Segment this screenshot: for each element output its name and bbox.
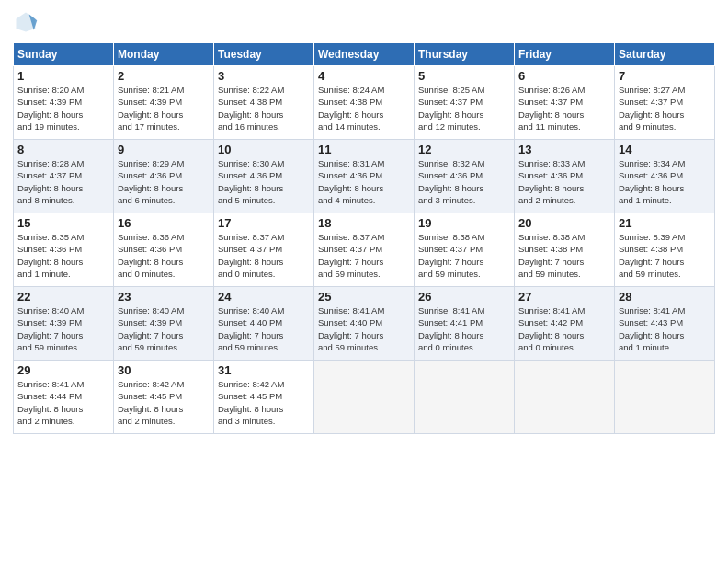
weekday-header: Tuesday [214,43,314,66]
calendar-cell: 29Sunrise: 8:41 AM Sunset: 4:44 PM Dayli… [14,361,114,434]
weekday-header: Monday [114,43,214,66]
weekday-header: Thursday [415,43,515,66]
cell-info: Sunrise: 8:41 AM Sunset: 4:43 PM Dayligh… [619,304,711,353]
cell-info: Sunrise: 8:40 AM Sunset: 4:39 PM Dayligh… [17,304,109,353]
calendar-cell: 23Sunrise: 8:40 AM Sunset: 4:39 PM Dayli… [114,287,214,361]
calendar-cell: 24Sunrise: 8:40 AM Sunset: 4:40 PM Dayli… [214,287,314,361]
calendar-cell: 17Sunrise: 8:37 AM Sunset: 4:37 PM Dayli… [214,213,314,287]
cell-info: Sunrise: 8:35 AM Sunset: 4:36 PM Dayligh… [17,231,109,280]
calendar-cell: 8Sunrise: 8:28 AM Sunset: 4:37 PM Daylig… [14,140,114,213]
calendar-cell: 25Sunrise: 8:41 AM Sunset: 4:40 PM Dayli… [314,287,415,361]
day-number: 30 [118,363,210,377]
day-number: 20 [518,216,610,230]
weekday-header: Sunday [14,43,114,66]
calendar-cell [314,361,415,434]
cell-info: Sunrise: 8:34 AM Sunset: 4:36 PM Dayligh… [619,157,711,206]
weekday-header-row: SundayMondayTuesdayWednesdayThursdayFrid… [14,43,715,66]
calendar-cell: 14Sunrise: 8:34 AM Sunset: 4:36 PM Dayli… [615,140,715,213]
calendar-cell: 28Sunrise: 8:41 AM Sunset: 4:43 PM Dayli… [615,287,715,361]
calendar-cell: 7Sunrise: 8:27 AM Sunset: 4:37 PM Daylig… [615,66,715,140]
cell-info: Sunrise: 8:32 AM Sunset: 4:36 PM Dayligh… [418,157,510,206]
cell-info: Sunrise: 8:36 AM Sunset: 4:36 PM Dayligh… [118,231,210,280]
calendar-cell: 15Sunrise: 8:35 AM Sunset: 4:36 PM Dayli… [14,213,114,287]
calendar-cell: 19Sunrise: 8:38 AM Sunset: 4:37 PM Dayli… [415,213,515,287]
day-number: 11 [318,143,410,156]
calendar-cell: 10Sunrise: 8:30 AM Sunset: 4:36 PM Dayli… [214,140,314,213]
calendar-cell: 4Sunrise: 8:24 AM Sunset: 4:38 PM Daylig… [314,66,415,140]
cell-info: Sunrise: 8:33 AM Sunset: 4:36 PM Dayligh… [518,157,610,206]
calendar-cell: 9Sunrise: 8:29 AM Sunset: 4:36 PM Daylig… [114,140,214,213]
calendar-cell: 16Sunrise: 8:36 AM Sunset: 4:36 PM Dayli… [114,213,214,287]
calendar-cell [615,361,715,434]
day-number: 19 [418,216,510,230]
calendar-cell: 2Sunrise: 8:21 AM Sunset: 4:39 PM Daylig… [114,66,214,140]
day-number: 18 [318,216,410,230]
cell-info: Sunrise: 8:25 AM Sunset: 4:37 PM Dayligh… [418,84,510,132]
day-number: 6 [518,69,610,83]
day-number: 5 [418,69,510,83]
day-number: 29 [17,363,109,377]
calendar-week-row: 15Sunrise: 8:35 AM Sunset: 4:36 PM Dayli… [14,213,715,287]
calendar-cell: 27Sunrise: 8:41 AM Sunset: 4:42 PM Dayli… [515,287,615,361]
day-number: 10 [218,143,310,156]
calendar-cell: 21Sunrise: 8:39 AM Sunset: 4:38 PM Dayli… [615,213,715,287]
cell-info: Sunrise: 8:40 AM Sunset: 4:40 PM Dayligh… [218,304,310,353]
day-number: 31 [218,363,310,377]
cell-info: Sunrise: 8:22 AM Sunset: 4:38 PM Dayligh… [218,84,310,132]
day-number: 17 [218,216,310,230]
cell-info: Sunrise: 8:41 AM Sunset: 4:40 PM Dayligh… [318,304,410,353]
day-number: 25 [318,290,410,304]
cell-info: Sunrise: 8:37 AM Sunset: 4:37 PM Dayligh… [318,231,410,280]
day-number: 24 [218,290,310,304]
day-number: 15 [17,216,109,230]
calendar-cell: 5Sunrise: 8:25 AM Sunset: 4:37 PM Daylig… [415,66,515,140]
cell-info: Sunrise: 8:30 AM Sunset: 4:36 PM Dayligh… [218,157,310,206]
logo-icon [13,9,39,35]
calendar-cell [515,361,615,434]
day-number: 8 [17,143,109,156]
calendar-cell [415,361,515,434]
day-number: 27 [518,290,610,304]
calendar-week-row: 8Sunrise: 8:28 AM Sunset: 4:37 PM Daylig… [14,140,715,213]
calendar-cell: 13Sunrise: 8:33 AM Sunset: 4:36 PM Dayli… [515,140,615,213]
day-number: 28 [619,290,711,304]
calendar-table: SundayMondayTuesdayWednesdayThursdayFrid… [13,42,715,434]
calendar-cell: 1Sunrise: 8:20 AM Sunset: 4:39 PM Daylig… [14,66,114,140]
weekday-header: Wednesday [314,43,415,66]
cell-info: Sunrise: 8:41 AM Sunset: 4:44 PM Dayligh… [17,378,109,427]
cell-info: Sunrise: 8:39 AM Sunset: 4:38 PM Dayligh… [619,231,711,280]
calendar-cell: 12Sunrise: 8:32 AM Sunset: 4:36 PM Dayli… [415,140,515,213]
weekday-header: Saturday [615,43,715,66]
cell-info: Sunrise: 8:28 AM Sunset: 4:37 PM Dayligh… [17,157,109,206]
day-number: 23 [118,290,210,304]
cell-info: Sunrise: 8:21 AM Sunset: 4:39 PM Dayligh… [118,84,210,132]
day-number: 13 [518,143,610,156]
calendar-cell: 26Sunrise: 8:41 AM Sunset: 4:41 PM Dayli… [415,287,515,361]
cell-info: Sunrise: 8:41 AM Sunset: 4:42 PM Dayligh… [518,304,610,353]
day-number: 14 [619,143,711,156]
cell-info: Sunrise: 8:26 AM Sunset: 4:37 PM Dayligh… [518,84,610,132]
cell-info: Sunrise: 8:31 AM Sunset: 4:36 PM Dayligh… [318,157,410,206]
cell-info: Sunrise: 8:24 AM Sunset: 4:38 PM Dayligh… [318,84,410,132]
day-number: 4 [318,69,410,83]
cell-info: Sunrise: 8:41 AM Sunset: 4:41 PM Dayligh… [418,304,510,353]
day-number: 16 [118,216,210,230]
calendar-cell: 30Sunrise: 8:42 AM Sunset: 4:45 PM Dayli… [114,361,214,434]
calendar-week-row: 1Sunrise: 8:20 AM Sunset: 4:39 PM Daylig… [14,66,715,140]
cell-info: Sunrise: 8:38 AM Sunset: 4:38 PM Dayligh… [518,231,610,280]
day-number: 2 [118,69,210,83]
day-number: 1 [17,69,109,83]
calendar-week-row: 22Sunrise: 8:40 AM Sunset: 4:39 PM Dayli… [14,287,715,361]
cell-info: Sunrise: 8:40 AM Sunset: 4:39 PM Dayligh… [118,304,210,353]
cell-info: Sunrise: 8:42 AM Sunset: 4:45 PM Dayligh… [118,378,210,427]
calendar-cell: 3Sunrise: 8:22 AM Sunset: 4:38 PM Daylig… [214,66,314,140]
cell-info: Sunrise: 8:27 AM Sunset: 4:37 PM Dayligh… [619,84,711,132]
day-number: 12 [418,143,510,156]
calendar-week-row: 29Sunrise: 8:41 AM Sunset: 4:44 PM Dayli… [14,361,715,434]
calendar-cell: 6Sunrise: 8:26 AM Sunset: 4:37 PM Daylig… [515,66,615,140]
page-container: SundayMondayTuesdayWednesdayThursdayFrid… [0,0,728,443]
cell-info: Sunrise: 8:20 AM Sunset: 4:39 PM Dayligh… [17,84,109,132]
calendar-cell: 20Sunrise: 8:38 AM Sunset: 4:38 PM Dayli… [515,213,615,287]
logo [13,9,42,35]
calendar-cell: 18Sunrise: 8:37 AM Sunset: 4:37 PM Dayli… [314,213,415,287]
